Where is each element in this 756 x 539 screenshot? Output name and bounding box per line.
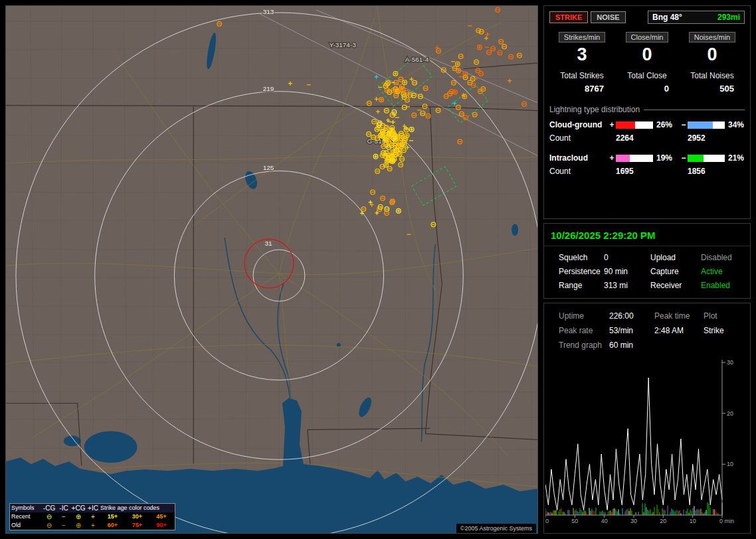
minus-sign: − <box>680 153 688 163</box>
svg-text:10: 10 <box>727 461 733 467</box>
count-label: Count <box>549 167 608 176</box>
cg-negative-fill <box>688 121 713 129</box>
peak-rate-value: 53/min <box>609 326 654 335</box>
ic-negative-count: 1856 <box>688 167 725 176</box>
legend-col-pic: +IC <box>86 505 100 512</box>
total-strikes-value: 8767 <box>549 84 614 94</box>
receiver-status: Enabled <box>701 281 745 290</box>
stats-grid: Uptime 226:00 Peak time Plot Peak rate 5… <box>544 303 750 352</box>
legend-col-ncg: -CG <box>42 505 56 512</box>
intracloud-counts: Count 1695 1856 <box>549 167 745 176</box>
display-mode-row: STRIKE NOISE Bng 48° 293mi <box>549 11 745 24</box>
circle-minus-icon: ⊖ <box>42 514 56 520</box>
circle-minus-icon: ⊖ <box>42 522 56 529</box>
close-per-min-value: 0 <box>614 44 680 65</box>
divider <box>644 110 745 110</box>
svg-text:A-561-4: A-561-4 <box>405 56 429 63</box>
circle-plus-icon: ⊕ <box>71 514 86 520</box>
age-75: 75+ <box>125 522 149 528</box>
cg-positive-pct: 26% <box>653 120 680 129</box>
datetime-display: 10/26/2025 2:29:20 PM <box>544 224 750 246</box>
trend-plot-area <box>545 378 722 515</box>
peak-time-value: 2:48 AM <box>654 326 704 335</box>
intracloud-label: Intracloud <box>549 153 608 163</box>
status-grid: Squelch 0 Upload Disabled Persistence 90… <box>544 246 750 295</box>
trend-graph-label: Trend graph <box>559 341 609 350</box>
cloud-ground-label: Cloud-ground <box>549 120 608 129</box>
capture-status: Active <box>701 267 745 276</box>
plus-icon: + <box>86 522 100 529</box>
age-60: 60+ <box>100 522 125 528</box>
circle-plus-icon: ⊕ <box>71 522 86 529</box>
legend-recent-label: Recent <box>11 514 42 520</box>
minus-icon: − <box>56 522 71 529</box>
bearing-value: Bng 48° <box>652 13 682 22</box>
distribution-title: Lightning type distribution <box>549 105 745 114</box>
legend-row-old: Old ⊖ − ⊕ + 60+ 75+ 90+ <box>10 521 175 530</box>
cg-positive-count: 2264 <box>616 133 653 143</box>
cg-positive-fill <box>616 121 635 129</box>
lightning-map[interactable]: 31321912531Y-3174-3A-561-4G-5100-1 Symbo… <box>5 5 538 534</box>
legend-col-nic: -IC <box>56 505 71 512</box>
plus-icon: + <box>86 514 100 520</box>
ic-positive-fill <box>616 155 630 162</box>
ic-positive-gauge <box>616 155 653 162</box>
plus-sign: + <box>608 153 616 163</box>
peak-rate-label: Peak rate <box>559 326 609 335</box>
svg-text:125: 125 <box>263 164 274 171</box>
svg-text:20: 20 <box>727 410 733 417</box>
map-legend: Symbols -CG -IC +CG +IC Strike age color… <box>9 503 175 530</box>
age-90: 90+ <box>149 522 173 528</box>
cloud-ground-counts: Count 2264 2952 <box>549 133 745 143</box>
system-status-panel: 10/26/2025 2:29:20 PM Squelch 0 Upload D… <box>543 223 751 299</box>
upload-label: Upload <box>650 253 701 262</box>
noise-mode-button[interactable]: NOISE <box>591 11 625 23</box>
strike-stats-panel: STRIKE NOISE Bng 48° 293mi Strikes/min C… <box>543 5 751 219</box>
ic-positive-pct: 19% <box>653 153 680 163</box>
trend-graph: 3020106050403020100 min <box>545 355 750 528</box>
upload-status: Disabled <box>701 253 745 262</box>
age-45: 45+ <box>149 514 173 520</box>
svg-text:30: 30 <box>727 359 733 366</box>
svg-text:31: 31 <box>264 240 272 247</box>
cg-negative-pct: 34% <box>725 120 746 129</box>
cg-negative-gauge <box>688 121 725 129</box>
legend-age-title: Strike age color codes <box>100 505 173 511</box>
bearing-range: 293mi <box>717 13 740 22</box>
plus-sign: + <box>608 120 616 129</box>
uptime-value: 226:00 <box>609 311 654 321</box>
total-close-value: 0 <box>614 84 680 94</box>
strike-mode-button[interactable]: STRIKE <box>549 11 588 23</box>
ic-negative-gauge <box>688 155 725 162</box>
legend-header: Symbols -CG -IC +CG +IC Strike age color… <box>10 504 175 512</box>
svg-text:Y-3174-3: Y-3174-3 <box>330 41 357 48</box>
squelch-value: 0 <box>604 253 650 262</box>
svg-text:20: 20 <box>660 518 666 524</box>
intracloud-row: Intracloud + 19% − 21% <box>549 153 745 163</box>
app-window: 31321912531Y-3174-3A-561-4G-5100-1 Symbo… <box>0 0 756 539</box>
total-strikes-label: Total Strikes <box>549 71 614 80</box>
receiver-label: Receiver <box>650 281 701 290</box>
noises-per-min-value: 0 <box>680 44 745 65</box>
minus-icon: − <box>56 514 71 520</box>
count-label: Count <box>549 133 608 143</box>
noises-per-min-header[interactable]: Noises/min <box>689 32 735 42</box>
ic-negative-pct: 21% <box>725 153 746 163</box>
trend-duration-value: 60 min <box>609 341 654 350</box>
strikes-per-min-header[interactable]: Strikes/min <box>559 32 605 42</box>
uptime-label: Uptime <box>559 311 609 321</box>
ic-positive-count: 1695 <box>616 167 653 176</box>
svg-text:313: 313 <box>263 8 274 15</box>
squelch-label: Squelch <box>559 253 604 262</box>
map-canvas[interactable]: 31321912531Y-3174-3A-561-4G-5100-1 <box>6 6 537 533</box>
range-label: Range <box>559 281 604 290</box>
cg-positive-gauge <box>616 121 653 129</box>
close-per-min-header[interactable]: Close/min <box>626 32 669 42</box>
legend-symbols-title: Symbols <box>11 505 42 511</box>
svg-text:30: 30 <box>630 518 637 524</box>
svg-text:10: 10 <box>690 518 696 524</box>
cloud-ground-row: Cloud-ground + 26% − 34% <box>549 120 745 129</box>
total-noises-value: 505 <box>680 84 745 94</box>
axis-labels: 3020106050403020100 min <box>545 359 734 524</box>
rates-grid: Strikes/min Close/min Noises/min 3 0 0 T… <box>549 32 745 94</box>
